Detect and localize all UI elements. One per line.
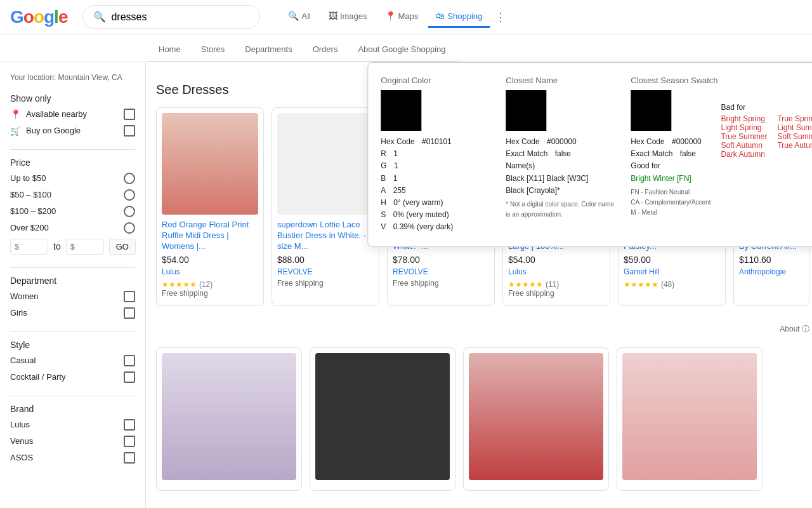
google-logo: G o o g l e: [10, 7, 67, 27]
sidebar: Your location: Mountain View, CA Show on…: [0, 62, 146, 508]
product-card-r2-1[interactable]: [310, 347, 455, 491]
style-cocktail-label: Cocktail / Party: [10, 372, 65, 382]
available-nearby-checkbox[interactable]: [124, 109, 135, 120]
product-store-2[interactable]: REVOLVE: [393, 267, 489, 276]
hex-value-2: #000000: [547, 136, 577, 148]
hex-label-1: Hex Code: [381, 136, 414, 148]
shopping-icon: 🛍: [436, 11, 445, 21]
tab-maps[interactable]: 📍Maps: [377, 6, 426, 28]
show-only-section: Show only 📍 Available nearby 🛒 Buy on Go…: [10, 93, 135, 137]
more-button[interactable]: ⋮: [492, 8, 509, 27]
price-100-200-label: $100 – $200: [10, 206, 56, 216]
product-img-1: [277, 113, 374, 215]
price-to-input[interactable]: [66, 239, 104, 255]
tab-images[interactable]: 🖼Images: [321, 6, 375, 28]
a-value: 255: [393, 185, 406, 197]
product-card-0[interactable]: Red Orange Floral Print Ruffle Midi Dres…: [156, 107, 264, 306]
style-casual-label: Casual: [10, 356, 36, 365]
original-color-swatch: [381, 90, 421, 131]
bad-for-title: Bad for: [721, 103, 812, 112]
dept-women: Women: [10, 291, 135, 302]
dept-girls: Girls: [10, 307, 135, 319]
price-over-200-label: Over $200: [10, 223, 49, 232]
brand-lulus-label: Lulus: [10, 420, 30, 429]
color-note: * Not a digital color space. Color name …: [506, 199, 618, 220]
brand-title: Brand: [10, 404, 135, 414]
bad-item-1-3: True Summer: [721, 132, 767, 141]
price-up-to-50: Up to $50: [10, 173, 135, 184]
price-50-100-label: $50 – $100: [10, 190, 51, 199]
a-label: A: [381, 185, 386, 197]
product-card-r2-3[interactable]: [617, 347, 763, 491]
filter-buy-on-google: 🛒 Buy on Google: [10, 125, 135, 137]
style-title: Style: [10, 340, 135, 350]
color-tool-overlay: Original Color Hex Code #010101 R 1 G 1 …: [367, 62, 812, 247]
logo-o1: o: [23, 7, 34, 27]
product-img-r2-3: [622, 353, 757, 480]
closest-name-title: Closest Name: [506, 76, 618, 85]
brand-lulus: Lulus: [10, 419, 135, 431]
subnav-about[interactable]: About Google Shopping: [355, 39, 448, 61]
s-value: 0% (very muted): [393, 209, 449, 221]
r-label: R: [381, 148, 386, 160]
brand-lulus-checkbox[interactable]: [124, 419, 135, 431]
tab-all[interactable]: 🔍All: [280, 6, 318, 28]
main-content: Original Color Hex Code #010101 R 1 G 1 …: [146, 62, 812, 508]
bad-item-2-2: Light Summer: [777, 123, 812, 132]
price-over-200-radio[interactable]: [124, 222, 135, 234]
product-img-r2-1: [315, 353, 450, 480]
filter-available-nearby: 📍 Available nearby: [10, 109, 135, 120]
season-right: Bad for Bright Spring Light Spring True …: [721, 103, 812, 218]
product-store-0[interactable]: Lulus: [162, 267, 258, 276]
subnav-home[interactable]: Home: [156, 39, 183, 61]
search-box[interactable]: 🔍: [82, 5, 260, 29]
style-cocktail-checkbox[interactable]: [124, 371, 135, 383]
price-section: Price Up to $50 $50 – $100 $100 – $200 O…: [10, 157, 135, 255]
search-input[interactable]: [111, 11, 249, 23]
product-card-r2-2[interactable]: [463, 347, 609, 491]
subnav-orders[interactable]: Orders: [310, 39, 341, 61]
product-store-4[interactable]: Garnet Hill: [624, 267, 720, 276]
product-store-3[interactable]: Lulus: [508, 267, 605, 276]
price-up-to-50-radio[interactable]: [124, 173, 135, 184]
style-casual-checkbox[interactable]: [124, 355, 135, 366]
hex-label-3: Hex Code: [631, 136, 664, 148]
style-cocktail: Cocktail / Party: [10, 371, 135, 383]
product-price-3: $54.00: [508, 255, 605, 265]
good-for-value: Bright Winter [FN]: [631, 173, 710, 185]
brand-venus: Venus: [10, 436, 135, 447]
product-store-1[interactable]: REVOLVE: [277, 267, 374, 276]
brand-asos-checkbox[interactable]: [124, 452, 135, 464]
brand-venus-checkbox[interactable]: [124, 436, 135, 447]
color-name-2: Black [Crayola]*: [506, 185, 618, 197]
b-label: B: [381, 173, 386, 185]
subnav-stores[interactable]: Stores: [199, 39, 228, 61]
go-button[interactable]: GO: [109, 239, 136, 255]
s-label: S: [381, 209, 386, 221]
dept-women-checkbox[interactable]: [124, 291, 135, 302]
dept-women-label: Women: [10, 291, 39, 301]
product-store-5[interactable]: Anthropologie: [739, 267, 804, 276]
nav-tabs: 🔍All 🖼Images 📍Maps 🛍Shopping ⋮: [280, 6, 509, 28]
good-for-label: Good for: [631, 160, 660, 172]
logo-e: e: [58, 7, 68, 27]
product-shipping-2: Free shipping: [393, 279, 489, 288]
v-value: 0.39% (very dark): [393, 221, 454, 233]
bad-for-lists: Bright Spring Light Spring True Summer S…: [721, 114, 812, 159]
product-shipping-0: Free shipping: [162, 289, 258, 298]
product-card-1[interactable]: superdown Lottie Lace Bustier Dress in W…: [272, 107, 379, 306]
logo-g: G: [10, 7, 23, 27]
price-from-input[interactable]: [10, 239, 48, 255]
hex-value-3: #000000: [672, 136, 702, 148]
header: G o o g l e 🔍 🔍All 🖼Images 📍Maps 🛍Shoppi…: [0, 0, 812, 34]
style-casual: Casual: [10, 355, 135, 366]
price-100-200-radio[interactable]: [124, 206, 135, 217]
subnav-departments[interactable]: Departments: [242, 39, 294, 61]
price-50-100-radio[interactable]: [124, 189, 135, 201]
buy-on-google-checkbox[interactable]: [124, 125, 135, 137]
product-card-r2-0[interactable]: [156, 347, 302, 491]
dept-girls-checkbox[interactable]: [124, 307, 135, 319]
product-shipping-1: Free shipping: [277, 279, 374, 288]
tab-shopping[interactable]: 🛍Shopping: [428, 6, 490, 28]
buy-on-google-icon: 🛒: [10, 126, 21, 136]
